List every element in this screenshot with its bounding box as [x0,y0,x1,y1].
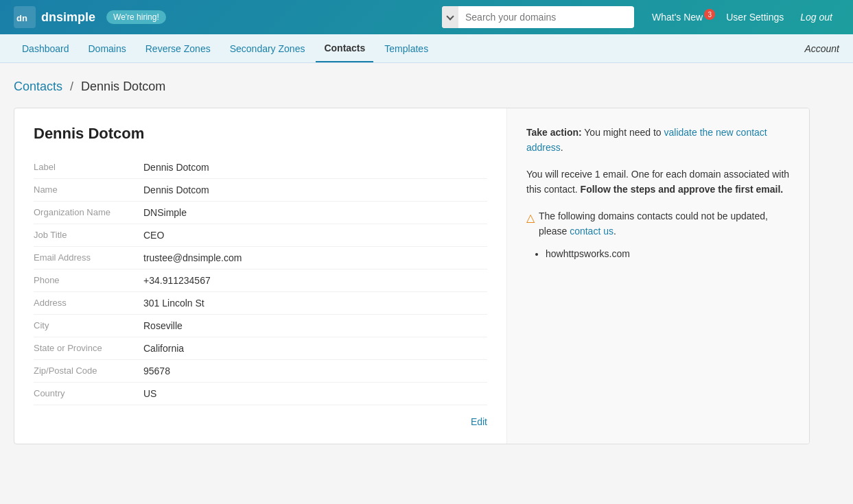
field-value-jobtitle: CEO [143,230,164,241]
user-settings-link[interactable]: User Settings [719,8,791,27]
take-action-period: . [561,142,563,153]
contact-detail-panel: Dennis Dotcom Label Dennis Dotcom Name D… [14,108,507,444]
whats-new-label: What's New [652,12,703,23]
take-action-middle: You might need to [582,127,664,138]
field-phone-row: Phone +34.911234567 [34,269,487,292]
failed-domains-list: howhttpsworks.com [526,247,790,261]
svg-text:dn: dn [16,13,27,23]
logout-link[interactable]: Log out [793,8,839,27]
search-dropdown-button[interactable] [442,6,458,28]
breadcrumb-parent-link[interactable]: Contacts [14,80,62,93]
field-city-row: City Roseville [34,315,487,337]
field-address-row: Address 301 Lincoln St [34,292,487,315]
whats-new-link[interactable]: What's New 3 [645,8,716,27]
search-container [442,6,634,28]
field-label-email: Email Address [34,252,143,263]
search-input[interactable] [458,8,634,27]
subnav-item-domains[interactable]: Domains [80,34,135,62]
field-country-row: Country US [34,383,487,405]
warning-icon: △ [526,209,535,227]
field-label-state: State or Province [34,343,143,354]
logo-link[interactable]: dn dnsimple [14,6,95,28]
field-zip-row: Zip/Postal Code 95678 [34,360,487,383]
breadcrumb-current: Dennis Dotcom [81,80,165,93]
field-value-state: California [143,343,184,354]
edit-row: Edit [34,405,487,427]
subnav-item-contacts[interactable]: Contacts [316,34,373,62]
list-item: howhttpsworks.com [546,247,790,261]
action-panel: Take action: You might need to validate … [507,108,809,444]
field-value-label: Dennis Dotcom [143,162,209,173]
field-email-row: Email Address trustee@dnsimple.com [34,247,487,269]
email-notice: You will receive 1 email. One for each d… [526,167,790,197]
field-label-row: Label Dennis Dotcom [34,156,487,179]
main-content: Contacts / Dennis Dotcom Dennis Dotcom L… [0,63,823,461]
warning-suffix: . [614,226,616,237]
contact-us-link[interactable]: contact us [570,226,614,237]
take-action-prefix: Take action: [526,127,582,138]
field-value-city: Roseville [143,320,183,331]
field-value-org: DNSimple [143,207,187,218]
field-label-address: Address [34,298,143,309]
field-value-name: Dennis Dotcom [143,184,209,195]
field-jobtitle-row: Job Title CEO [34,224,487,247]
field-label-zip: Zip/Postal Code [34,365,143,376]
edit-button[interactable]: Edit [471,416,487,427]
field-value-address: 301 Lincoln St [143,298,205,309]
header: dn dnsimple We're hiring! What's New 3 U… [0,0,853,34]
header-nav: What's New 3 User Settings Log out [645,8,839,27]
field-value-email: trustee@dnsimple.com [143,252,242,263]
warning-text: The following domains contacts could not… [539,208,790,239]
whats-new-badge: 3 [704,9,715,20]
subnav-item-reverse-zones[interactable]: Reverse Zones [137,34,219,62]
field-label-org: Organization Name [34,207,143,218]
breadcrumb: Contacts / Dennis Dotcom [14,80,810,94]
subnav-left: Dashboard Domains Reverse Zones Secondar… [14,34,436,62]
field-label-name: Name [34,184,143,195]
warning-row: △ The following domains contacts could n… [526,208,790,239]
contact-card: Dennis Dotcom Label Dennis Dotcom Name D… [14,108,810,444]
email-notice-bold: Follow the steps and approve the first e… [581,184,784,195]
hiring-badge[interactable]: We're hiring! [106,10,166,24]
field-label-country: Country [34,388,143,399]
field-name-row: Name Dennis Dotcom [34,179,487,202]
subnav-item-secondary-zones[interactable]: Secondary Zones [222,34,314,62]
field-label-label: Label [34,162,143,173]
subnav-account-link[interactable]: Account [804,43,839,54]
field-value-country: US [143,388,156,399]
field-org-row: Organization Name DNSimple [34,202,487,224]
field-state-row: State or Province California [34,337,487,360]
chevron-down-icon [446,12,454,20]
contact-title: Dennis Dotcom [34,125,487,143]
subnav: Dashboard Domains Reverse Zones Secondar… [0,34,853,63]
take-action-text: Take action: You might need to validate … [526,125,790,156]
field-label-jobtitle: Job Title [34,230,143,241]
logo-text: dnsimple [41,10,95,25]
subnav-item-dashboard[interactable]: Dashboard [14,34,78,62]
field-label-city: City [34,320,143,331]
field-label-phone: Phone [34,275,143,286]
logout-label: Log out [800,12,832,23]
subnav-item-templates[interactable]: Templates [376,34,436,62]
breadcrumb-separator: / [70,80,73,93]
field-value-phone: +34.911234567 [143,275,211,286]
field-value-zip: 95678 [143,365,170,376]
user-settings-label: User Settings [726,12,784,23]
